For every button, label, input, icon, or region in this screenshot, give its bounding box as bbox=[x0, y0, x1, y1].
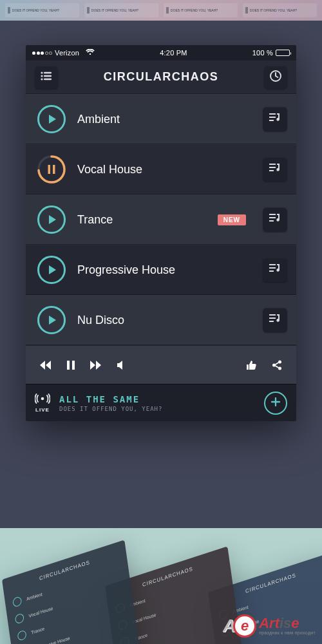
svg-rect-14 bbox=[269, 164, 276, 165]
svg-rect-15 bbox=[269, 167, 276, 168]
play-icon bbox=[49, 265, 56, 274]
svg-rect-12 bbox=[48, 165, 51, 174]
list-item[interactable]: Ambient bbox=[26, 94, 296, 144]
svg-rect-21 bbox=[269, 267, 276, 269]
play-icon bbox=[49, 115, 56, 124]
playlist-icon bbox=[269, 314, 281, 327]
now-playing-bar: LIVE ALL THE SAME DOES IT OFFEND YOU, YE… bbox=[26, 384, 296, 421]
watermark-tagline: праздник к нам приходит bbox=[259, 630, 316, 635]
mini-card: DOES IT OFFEND YOU, YEAH? bbox=[84, 3, 158, 17]
wifi-icon bbox=[86, 49, 95, 57]
pause-button[interactable] bbox=[37, 155, 66, 184]
playlist-button[interactable] bbox=[263, 157, 287, 182]
playlist-icon bbox=[269, 263, 281, 276]
broadcast-icon bbox=[35, 393, 50, 406]
volume-button[interactable] bbox=[117, 361, 126, 370]
app-title: CIRCULARCHAOS bbox=[58, 70, 264, 84]
playlist-button[interactable] bbox=[263, 308, 287, 332]
list-item[interactable]: Progressive House bbox=[26, 245, 296, 295]
mini-card: DOES IT OFFEND YOU, YEAH? bbox=[243, 3, 317, 17]
play-icon bbox=[49, 316, 56, 325]
live-label: LIVE bbox=[35, 407, 50, 413]
pause-button[interactable] bbox=[67, 361, 75, 370]
mini-card: DOES IT OFFEND YOU, YEAH? bbox=[164, 3, 238, 17]
like-button[interactable] bbox=[246, 360, 256, 370]
play-button[interactable] bbox=[37, 306, 66, 334]
genre-label: Nu Disco bbox=[77, 314, 251, 327]
svg-rect-19 bbox=[269, 220, 274, 222]
svg-rect-23 bbox=[269, 314, 276, 316]
genre-label: Vocal House bbox=[77, 163, 251, 176]
svg-rect-24 bbox=[269, 317, 276, 319]
battery-pct: 100 % bbox=[252, 49, 273, 57]
track-title: ALL THE SAME bbox=[59, 394, 255, 404]
clock-icon bbox=[269, 70, 282, 85]
svg-rect-1 bbox=[44, 71, 52, 73]
top-preview-strip: DOES IT OFFEND YOU, YEAH? DOES IT OFFEND… bbox=[0, 0, 322, 21]
battery-icon bbox=[276, 50, 290, 56]
list-item[interactable]: Nu Disco bbox=[26, 295, 296, 345]
genre-list: Ambient Vocal House bbox=[26, 94, 296, 345]
genre-label: Trance bbox=[77, 213, 206, 227]
svg-rect-9 bbox=[269, 120, 274, 121]
svg-rect-26 bbox=[67, 361, 70, 370]
svg-point-31 bbox=[41, 397, 44, 400]
mini-card: DOES IT OFFEND YOU, YEAH? bbox=[5, 3, 79, 17]
play-button[interactable] bbox=[37, 105, 66, 133]
svg-rect-18 bbox=[269, 217, 276, 218]
player-controls bbox=[26, 345, 296, 384]
carrier-label: Verizon bbox=[55, 49, 79, 57]
playlist-icon bbox=[269, 113, 281, 126]
rewind-button[interactable] bbox=[40, 361, 52, 370]
phone-mockup: Verizon 4:20 PM 100 % CIRCULARCHAOS bbox=[26, 45, 296, 421]
svg-rect-25 bbox=[269, 321, 274, 322]
svg-rect-3 bbox=[44, 75, 52, 77]
app-header: CIRCULARCHAOS bbox=[26, 61, 296, 94]
svg-point-4 bbox=[41, 78, 43, 80]
playlist-button[interactable] bbox=[263, 107, 287, 131]
svg-rect-22 bbox=[269, 270, 274, 272]
watermark-brand: Artise bbox=[259, 617, 316, 630]
signal-dots-icon bbox=[32, 52, 52, 55]
menu-button[interactable] bbox=[35, 66, 58, 89]
track-artist: DOES IT OFFEND YOU, YEAH? bbox=[59, 406, 255, 412]
status-time: 4:20 PM bbox=[95, 49, 252, 57]
playlist-button[interactable] bbox=[263, 207, 287, 232]
svg-rect-27 bbox=[72, 361, 75, 370]
svg-rect-20 bbox=[269, 264, 276, 265]
playlist-button[interactable] bbox=[263, 258, 287, 282]
watermark-badge-e: e bbox=[233, 614, 256, 638]
new-badge: NEW bbox=[218, 214, 246, 225]
svg-rect-7 bbox=[269, 113, 276, 115]
history-button[interactable] bbox=[264, 66, 287, 89]
svg-point-2 bbox=[41, 75, 43, 77]
list-icon bbox=[41, 71, 52, 83]
svg-rect-13 bbox=[53, 165, 55, 174]
playlist-icon bbox=[269, 213, 281, 226]
watermark: A e Artise праздник к нам приходит bbox=[223, 614, 316, 638]
forward-button[interactable] bbox=[90, 361, 102, 370]
plus-icon bbox=[271, 397, 280, 409]
share-button[interactable] bbox=[272, 360, 282, 370]
list-item[interactable]: Trance NEW bbox=[26, 194, 296, 245]
svg-rect-17 bbox=[269, 214, 276, 215]
play-button[interactable] bbox=[37, 205, 66, 234]
svg-rect-8 bbox=[269, 117, 276, 118]
play-button[interactable] bbox=[37, 256, 66, 284]
list-item[interactable]: Vocal House bbox=[26, 144, 296, 194]
add-button[interactable] bbox=[264, 392, 287, 415]
genre-label: Progressive House bbox=[77, 263, 251, 277]
play-icon bbox=[49, 215, 56, 224]
svg-point-0 bbox=[41, 71, 43, 73]
svg-rect-16 bbox=[269, 170, 274, 171]
preview-card: CIRCULARCHAOS Ambient Vocal House Trance… bbox=[2, 540, 153, 644]
svg-rect-5 bbox=[44, 78, 52, 80]
genre-label: Ambient bbox=[77, 113, 251, 126]
playlist-icon bbox=[269, 163, 281, 176]
progress-ring-icon bbox=[37, 155, 66, 184]
live-indicator: LIVE bbox=[35, 393, 50, 413]
status-bar: Verizon 4:20 PM 100 % bbox=[26, 45, 296, 61]
